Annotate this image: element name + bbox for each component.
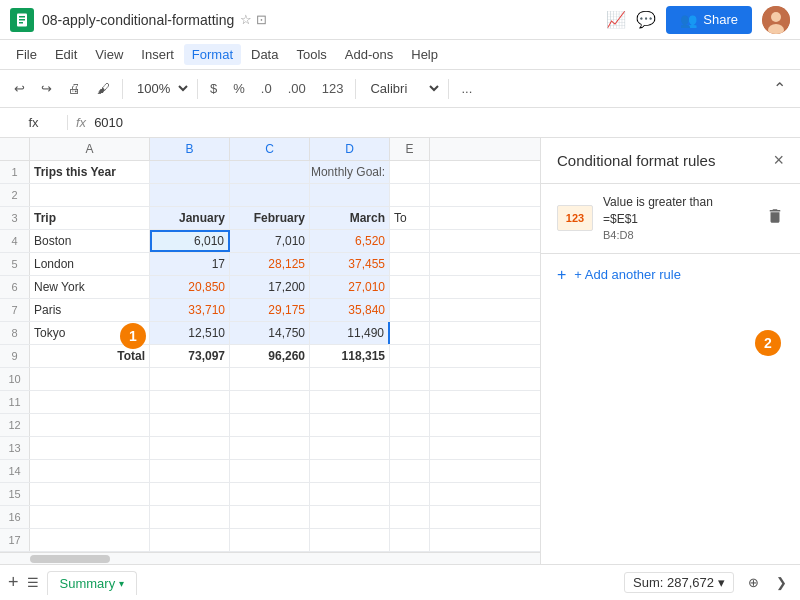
cell-e1[interactable] [390,161,430,183]
decimal1-button[interactable]: .0 [255,78,278,99]
zoom-control[interactable]: 100% [129,78,191,99]
cell-b1[interactable] [150,161,230,183]
col-header-b[interactable]: B [150,138,230,160]
menu-format[interactable]: Format [184,44,241,65]
menu-view[interactable]: View [87,44,131,65]
rule-delete-button[interactable] [766,207,784,229]
cell-e2[interactable] [390,184,430,206]
col-header-a[interactable]: A [30,138,150,160]
cell-a6[interactable]: New York [30,276,150,298]
row-num: 3 [0,207,30,229]
collapse-button[interactable]: ⌃ [767,76,792,101]
cell-a2[interactable] [30,184,150,206]
cell-e6[interactable] [390,276,430,298]
menu-data[interactable]: Data [243,44,286,65]
undo-button[interactable]: ↩ [8,78,31,99]
trend-icon[interactable]: 📈 [606,10,626,29]
table-row: 12 [0,414,540,437]
cell-reference[interactable]: fx [8,115,68,130]
cell-d2[interactable] [310,184,390,206]
cell-d1[interactable]: Monthly Goal: [310,161,390,183]
cell-c5[interactable]: 28,125 [230,253,310,275]
rule-text[interactable]: Value is greater than =$E$1 B4:D8 [603,194,756,243]
cell-c9[interactable]: 96,260 [230,345,310,367]
cell-d8[interactable]: 11,490 [310,322,390,344]
cell-c6[interactable]: 17,200 [230,276,310,298]
share-button[interactable]: 👥 Share [666,6,752,34]
cell-b7[interactable]: 33,710 [150,299,230,321]
svg-rect-3 [19,22,23,24]
table-row: 7 Paris 33,710 29,175 35,840 [0,299,540,322]
cell-d5[interactable]: 37,455 [310,253,390,275]
cell-d9[interactable]: 118,315 [310,345,390,367]
add-sheet-button[interactable]: + [8,572,19,593]
sheet-tab-chevron[interactable]: ▾ [119,578,124,589]
cell-b9[interactable]: 73,097 [150,345,230,367]
cell-a1[interactable]: Trips this Year [30,161,150,183]
cell-e4[interactable] [390,230,430,252]
cell-e5[interactable] [390,253,430,275]
cell-c8[interactable]: 14,750 [230,322,310,344]
percent-button[interactable]: % [227,78,251,99]
cell-b6[interactable]: 20,850 [150,276,230,298]
cell-b8[interactable]: 12,510 [150,322,230,344]
col-header-d[interactable]: D [310,138,390,160]
sum-display[interactable]: Sum: 287,672 ▾ [624,572,734,593]
panel-close-button[interactable]: × [773,150,784,171]
cell-d6[interactable]: 27,010 [310,276,390,298]
cell-a3[interactable]: Trip [30,207,150,229]
cell-c2[interactable] [230,184,310,206]
zoom-select[interactable]: 100% [129,78,191,99]
toolbar: ↩ ↪ 🖨 🖌 100% $ % .0 .00 123 Calibri ... … [0,70,800,108]
cell-e9[interactable] [390,345,430,367]
svg-rect-2 [19,19,25,21]
menu-file[interactable]: File [8,44,45,65]
menu-tools[interactable]: Tools [288,44,334,65]
cell-a7[interactable]: Paris [30,299,150,321]
col-header-e[interactable]: E [390,138,430,160]
title-bar: 08-apply-conditional-formatting ☆ ⊡ 📈 💬 … [0,0,800,40]
cell-d3[interactable]: March [310,207,390,229]
menu-help[interactable]: Help [403,44,446,65]
explore-button[interactable]: ⊕ [742,572,764,594]
font-select[interactable]: Calibri [362,78,442,99]
menu-addons[interactable]: Add-ons [337,44,401,65]
menu-edit[interactable]: Edit [47,44,85,65]
cell-c3[interactable]: February [230,207,310,229]
scroll-thumb[interactable] [30,555,110,563]
cell-b2[interactable] [150,184,230,206]
formula-input[interactable]: 6010 [94,115,792,130]
cell-a8[interactable]: Tokyo [30,322,150,344]
cell-e3[interactable]: To [390,207,430,229]
more-button[interactable]: ... [455,78,478,99]
chat-icon[interactable]: 💬 [636,10,656,29]
menu-insert[interactable]: Insert [133,44,182,65]
cell-c7[interactable]: 29,175 [230,299,310,321]
sheet-tab-summary[interactable]: Summary ▾ [47,571,138,595]
avatar[interactable] [762,6,790,34]
cell-b3[interactable]: January [150,207,230,229]
format-code-button[interactable]: 123 [316,78,350,99]
sheet-list-button[interactable]: ☰ [27,575,39,590]
row-num: 9 [0,345,30,367]
cell-b4[interactable]: 6,010 [150,230,230,252]
cell-c4[interactable]: 7,010 [230,230,310,252]
print-button[interactable]: 🖨 [62,78,87,99]
cell-e7[interactable] [390,299,430,321]
cell-e8[interactable] [390,322,430,344]
cell-d7[interactable]: 35,840 [310,299,390,321]
horizontal-scrollbar[interactable] [0,552,540,564]
add-rule-button[interactable]: + + Add another rule [541,254,800,296]
cell-a9[interactable]: Total [30,345,150,367]
redo-button[interactable]: ↪ [35,78,58,99]
paint-button[interactable]: 🖌 [91,78,116,99]
decimal2-button[interactable]: .00 [282,78,312,99]
collapse-panel-button[interactable]: ❯ [770,572,792,594]
col-header-c[interactable]: C [230,138,310,160]
currency-button[interactable]: $ [204,78,223,99]
cell-a4[interactable]: Boston [30,230,150,252]
cell-c1[interactable] [230,161,310,183]
cell-d4[interactable]: 6,520 [310,230,390,252]
cell-b5[interactable]: 17 [150,253,230,275]
cell-a5[interactable]: London [30,253,150,275]
